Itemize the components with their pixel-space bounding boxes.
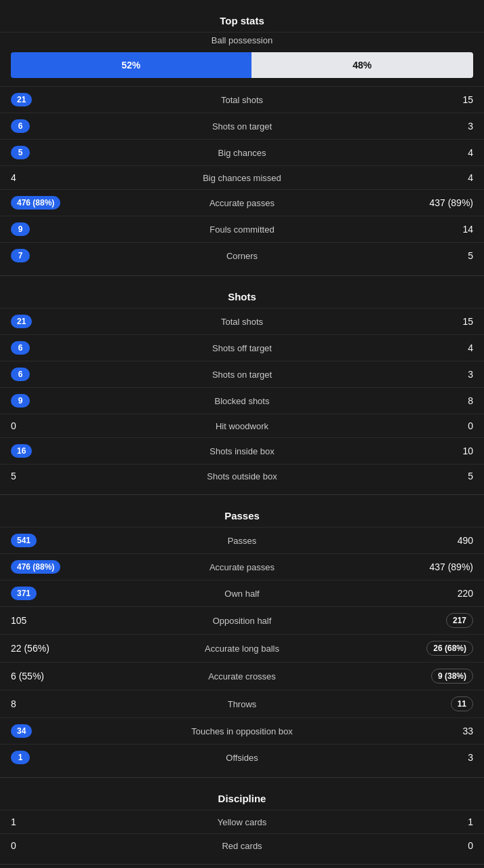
stat-label: Own half xyxy=(79,589,405,599)
right-value: 5 xyxy=(468,471,473,481)
stat-left: 476 (88%) xyxy=(11,560,79,574)
section: Discipline 1 Yellow cards 1 0 Red cards … xyxy=(0,778,484,865)
stat-label: Hit woodwork xyxy=(79,421,405,431)
left-badge: 9 xyxy=(11,394,30,408)
left-badge: 7 xyxy=(11,249,30,262)
left-badge: 6 xyxy=(11,368,30,381)
stat-label: Touches in opposition box xyxy=(79,726,405,736)
left-value: 6 (55%) xyxy=(11,671,44,682)
possession-label: Ball possession xyxy=(11,35,473,45)
right-value: 4 xyxy=(468,172,473,183)
left-badge: 541 xyxy=(11,534,37,547)
stat-left: 6 xyxy=(11,119,79,133)
stat-left: 9 xyxy=(11,222,79,236)
right-value: 437 (89%) xyxy=(429,197,473,208)
stat-label: Accurate crosses xyxy=(79,671,405,682)
right-badge: 217 xyxy=(446,613,473,628)
right-value: 15 xyxy=(462,316,473,327)
stat-left: 21 xyxy=(11,93,79,106)
stat-row: 21 Total shots 15 xyxy=(0,86,484,113)
right-value: 3 xyxy=(468,369,473,380)
stat-right: 14 xyxy=(405,224,473,235)
stat-left: 6 xyxy=(11,368,79,381)
stat-row: 476 (88%) Accurate passes 437 (89%) xyxy=(0,553,484,580)
stat-right: 15 xyxy=(405,316,473,327)
possession-bar: 52% 48% xyxy=(11,52,473,78)
stat-right: 490 xyxy=(405,535,473,546)
left-value: 5 xyxy=(11,471,16,481)
left-value: 0 xyxy=(11,840,16,851)
stat-row: 9 Blocked shots 8 xyxy=(0,387,484,414)
left-value: 8 xyxy=(11,698,16,709)
stat-label: Red cards xyxy=(79,841,405,851)
stat-right: 437 (89%) xyxy=(405,561,473,572)
stat-row: 0 Hit woodwork 0 xyxy=(0,414,484,437)
stat-right: 15 xyxy=(405,94,473,105)
right-value: 490 xyxy=(458,535,473,546)
stat-left: 105 xyxy=(11,615,79,626)
stat-right: 4 xyxy=(405,342,473,353)
stat-row: 0 Red cards 0 xyxy=(0,833,484,857)
right-value: 4 xyxy=(468,147,473,158)
stat-left: 9 xyxy=(11,394,79,408)
right-badge: 11 xyxy=(451,696,473,711)
left-value: 0 xyxy=(11,420,16,431)
right-value: 10 xyxy=(462,446,473,456)
section-title: Shots xyxy=(0,283,484,308)
section-title: Discipline xyxy=(0,785,484,810)
stat-right: 9 (38%) xyxy=(405,669,473,684)
right-value: 14 xyxy=(462,224,473,235)
right-value: 4 xyxy=(468,342,473,353)
left-badge: 371 xyxy=(11,587,37,600)
top-stats-title: Top stats xyxy=(0,7,484,32)
stat-right: 220 xyxy=(405,588,473,599)
stat-row: 6 Shots on target 3 xyxy=(0,361,484,387)
possession-left: 52% xyxy=(11,52,251,78)
stat-label: Total shots xyxy=(79,317,405,327)
stat-right: 5 xyxy=(405,471,473,481)
left-value: 22 (56%) xyxy=(11,643,49,654)
right-value: 0 xyxy=(468,420,473,431)
right-value: 220 xyxy=(458,588,473,599)
right-value: 33 xyxy=(462,726,473,736)
stat-row: 9 Fouls committed 14 xyxy=(0,216,484,242)
stat-right: 4 xyxy=(405,172,473,183)
stat-right: 217 xyxy=(405,613,473,628)
stat-right: 33 xyxy=(405,726,473,736)
stat-label: Corners xyxy=(79,251,405,261)
stat-label: Shots on target xyxy=(79,121,405,132)
stat-left: 0 xyxy=(11,840,79,851)
stat-left: 5 xyxy=(11,146,79,159)
stat-right: 4 xyxy=(405,147,473,158)
left-badge: 1 xyxy=(11,751,30,764)
stat-left: 1 xyxy=(11,816,79,827)
left-badge: 6 xyxy=(11,341,30,355)
stat-right: 3 xyxy=(405,121,473,132)
stat-row: 1 Yellow cards 1 xyxy=(0,810,484,833)
stat-right: 0 xyxy=(405,420,473,431)
stat-right: 1 xyxy=(405,816,473,827)
left-badge: 9 xyxy=(11,222,30,236)
stat-left: 541 xyxy=(11,534,79,547)
left-badge: 476 (88%) xyxy=(11,560,60,574)
left-value: 105 xyxy=(11,615,26,626)
stat-label: Total shots xyxy=(79,95,405,105)
stat-label: Passes xyxy=(79,536,405,546)
left-badge: 476 (88%) xyxy=(11,196,60,210)
stat-right: 11 xyxy=(405,696,473,711)
stat-right: 3 xyxy=(405,369,473,380)
stat-left: 6 xyxy=(11,341,79,355)
stat-right: 5 xyxy=(405,250,473,261)
stat-label: Accurate passes xyxy=(79,562,405,572)
right-value: 8 xyxy=(468,395,473,406)
stat-left: 7 xyxy=(11,249,79,262)
stat-right: 8 xyxy=(405,395,473,406)
stat-label: Shots outside box xyxy=(79,471,405,481)
stat-left: 22 (56%) xyxy=(11,643,79,654)
stat-left: 476 (88%) xyxy=(11,196,79,210)
left-badge: 21 xyxy=(11,315,32,328)
stat-left: 8 xyxy=(11,698,79,709)
right-value: 3 xyxy=(468,752,473,763)
right-badge: 9 (38%) xyxy=(431,669,473,684)
stat-right: 3 xyxy=(405,752,473,763)
